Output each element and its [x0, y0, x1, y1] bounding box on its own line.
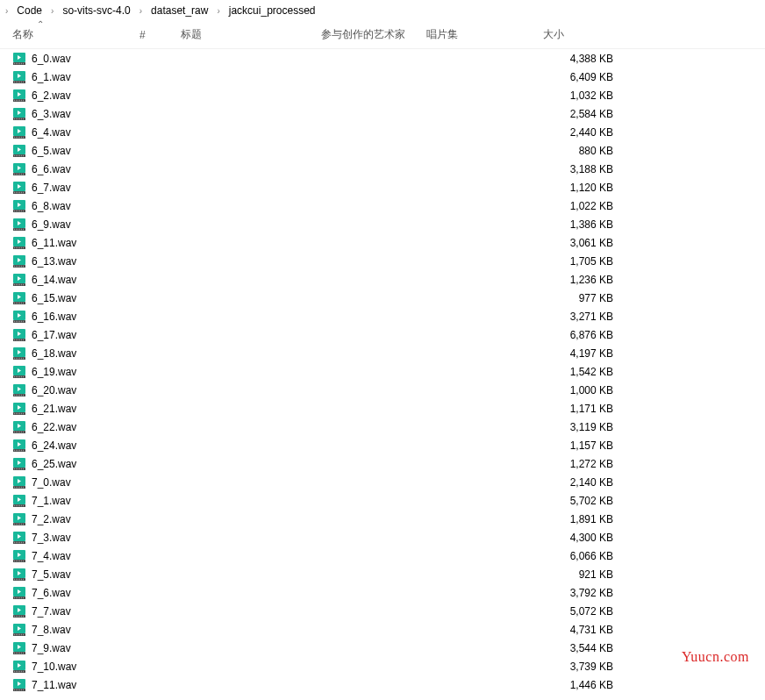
- svg-rect-138: [14, 375, 15, 377]
- svg-rect-246: [21, 615, 22, 617]
- file-size: 6,876 KB: [543, 329, 631, 341]
- svg-rect-118: [21, 320, 22, 322]
- svg-rect-6: [21, 62, 22, 64]
- file-row[interactable]: 6_15.wav977 KB: [0, 289, 765, 307]
- file-row[interactable]: 7_1.wav5,702 KB: [0, 491, 765, 510]
- svg-rect-68: [18, 210, 18, 211]
- breadcrumb-item[interactable]: dataset_raw: [146, 3, 213, 18]
- file-row[interactable]: 6_17.wav6,876 KB: [0, 325, 765, 344]
- svg-rect-227: [16, 578, 17, 580]
- svg-rect-43: [16, 154, 17, 156]
- svg-rect-148: [18, 394, 18, 396]
- file-row[interactable]: 6_11.wav3,061 KB: [0, 233, 765, 252]
- svg-rect-143: [23, 375, 24, 377]
- svg-rect-123: [16, 339, 17, 340]
- file-row[interactable]: 6_24.wav1,157 KB: [0, 436, 765, 454]
- file-row[interactable]: 6_4.wav2,440 KB: [0, 123, 765, 141]
- svg-rect-106: [14, 302, 15, 304]
- file-row[interactable]: 7_11.wav1,446 KB: [0, 675, 765, 694]
- file-row[interactable]: 6_22.wav3,119 KB: [0, 418, 765, 436]
- column-header-track[interactable]: #: [139, 21, 181, 48]
- file-row[interactable]: 6_6.wav3,188 KB: [0, 160, 765, 178]
- file-row[interactable]: 6_20.wav1,000 KB: [0, 381, 765, 399]
- svg-rect-45: [19, 154, 20, 156]
- svg-rect-191: [23, 486, 24, 488]
- file-row[interactable]: 7_3.wav4,300 KB: [0, 528, 765, 546]
- file-size: 2,440 KB: [543, 126, 631, 139]
- file-row[interactable]: 7_4.wav6,066 KB: [0, 546, 765, 565]
- breadcrumb: › Code › so-vits-svc-4.0 › dataset_raw ›…: [0, 0, 765, 21]
- svg-rect-243: [16, 615, 17, 617]
- file-size: 3,188 KB: [543, 163, 631, 175]
- file-size: 1,891 KB: [543, 513, 631, 525]
- file-size: 5,702 KB: [543, 495, 631, 507]
- file-row[interactable]: 7_7.wav5,072 KB: [0, 602, 765, 620]
- column-header-artist[interactable]: 参与创作的艺术家: [321, 21, 426, 48]
- svg-rect-63: [23, 191, 24, 193]
- file-row[interactable]: 6_18.wav4,197 KB: [0, 344, 765, 362]
- file-row[interactable]: 6_0.wav4,388 KB: [0, 49, 765, 68]
- audio-file-icon: [12, 420, 26, 434]
- file-name: 6_1.wav: [32, 71, 71, 83]
- file-row[interactable]: 6_7.wav1,120 KB: [0, 178, 765, 196]
- file-row[interactable]: 7_10.wav3,739 KB: [0, 657, 765, 675]
- file-name: 6_18.wav: [32, 347, 76, 360]
- column-label: 大小: [543, 27, 564, 42]
- chevron-right-icon: ›: [49, 6, 55, 16]
- file-row[interactable]: 6_2.wav1,032 KB: [0, 86, 765, 104]
- file-row[interactable]: 7_5.wav921 KB: [0, 565, 765, 583]
- column-header-name[interactable]: 名称 ⌃: [12, 21, 139, 48]
- svg-rect-75: [16, 228, 17, 230]
- column-header-size[interactable]: 大小: [543, 21, 631, 48]
- svg-rect-35: [16, 136, 17, 138]
- svg-rect-158: [21, 412, 22, 414]
- file-row[interactable]: 6_8.wav1,022 KB: [0, 196, 765, 215]
- file-row[interactable]: 6_13.wav1,705 KB: [0, 252, 765, 270]
- file-size: 880 KB: [543, 145, 631, 157]
- audio-file-icon: [12, 162, 26, 176]
- file-row[interactable]: 7_8.wav4,731 KB: [0, 620, 765, 639]
- breadcrumb-item[interactable]: jackcui_processed: [224, 3, 321, 18]
- file-size: 2,140 KB: [543, 476, 631, 489]
- file-row[interactable]: 6_16.wav3,271 KB: [0, 307, 765, 325]
- breadcrumb-item[interactable]: Code: [11, 3, 47, 18]
- file-row[interactable]: 6_19.wav1,542 KB: [0, 362, 765, 381]
- file-row[interactable]: 6_25.wav1,272 KB: [0, 454, 765, 473]
- file-size: 1,000 KB: [543, 384, 631, 396]
- svg-rect-226: [14, 578, 15, 580]
- file-row[interactable]: 6_1.wav6,409 KB: [0, 68, 765, 86]
- svg-rect-132: [18, 357, 18, 359]
- file-row[interactable]: 7_0.wav2,140 KB: [0, 473, 765, 491]
- svg-rect-110: [21, 302, 22, 304]
- svg-rect-210: [14, 541, 15, 543]
- column-header-title[interactable]: 标题: [181, 21, 321, 48]
- file-name: 6_8.wav: [32, 200, 71, 212]
- file-row[interactable]: 6_3.wav2,584 KB: [0, 104, 765, 123]
- file-row[interactable]: 7_2.wav1,891 KB: [0, 510, 765, 528]
- svg-rect-213: [19, 541, 20, 543]
- svg-rect-270: [21, 670, 22, 672]
- svg-rect-126: [21, 339, 22, 340]
- file-row[interactable]: 7_6.wav3,792 KB: [0, 583, 765, 602]
- file-row[interactable]: 6_9.wav1,386 KB: [0, 215, 765, 233]
- breadcrumb-item[interactable]: so-vits-svc-4.0: [57, 3, 135, 18]
- audio-file-icon: [12, 328, 26, 342]
- column-header-album[interactable]: 唱片集: [426, 21, 543, 48]
- file-name: 6_20.wav: [32, 384, 76, 396]
- file-row[interactable]: 6_14.wav1,236 KB: [0, 270, 765, 289]
- file-name: 7_0.wav: [32, 476, 71, 489]
- file-row[interactable]: 6_21.wav1,171 KB: [0, 399, 765, 418]
- svg-rect-147: [16, 394, 17, 396]
- svg-rect-130: [14, 357, 15, 359]
- file-row[interactable]: 7_9.wav3,544 KB: [0, 639, 765, 657]
- svg-rect-5: [19, 62, 20, 64]
- chevron-right-icon: ›: [138, 6, 144, 16]
- file-name: 6_7.wav: [32, 182, 71, 194]
- svg-rect-211: [16, 541, 17, 543]
- svg-rect-27: [16, 118, 17, 119]
- file-name: 6_11.wav: [32, 237, 76, 249]
- svg-rect-103: [23, 283, 24, 285]
- svg-rect-260: [18, 652, 18, 654]
- file-name: 7_11.wav: [32, 679, 76, 691]
- file-row[interactable]: 6_5.wav880 KB: [0, 141, 765, 160]
